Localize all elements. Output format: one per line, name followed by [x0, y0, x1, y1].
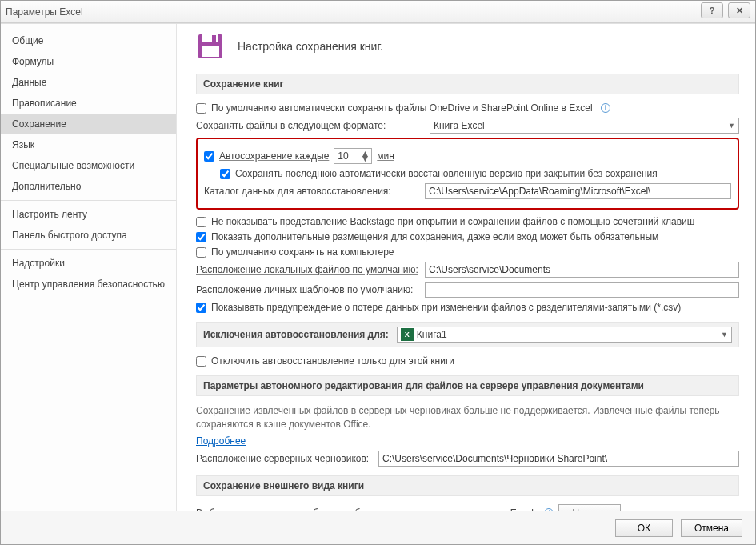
- checkbox-csv-warning[interactable]: [196, 303, 206, 313]
- dialog-footer: ОК Отмена: [1, 511, 755, 544]
- row-drafts-path: Расположение серверных черновиков: C:\Us…: [196, 451, 739, 467]
- spinner-value: 10: [338, 150, 348, 162]
- row-disable-autorecover: Отключить автовосстановление только для …: [196, 355, 739, 367]
- row-recovery-path: Каталог данных для автовосстановления: C…: [204, 183, 731, 199]
- spinner-arrows[interactable]: ▲▼: [360, 151, 370, 161]
- label-no-backstage: Не показывать представление Backstage пр…: [211, 216, 694, 227]
- help-button[interactable]: ?: [701, 2, 723, 18]
- input-local-path-value: C:\Users\service\Documents: [429, 264, 550, 275]
- button-colors-label: Цвета...: [572, 507, 606, 511]
- excel-icon: X: [401, 328, 414, 341]
- section-appearance-title: Сохранение внешнего вида книги: [196, 475, 739, 496]
- label-autosave-cloud: По умолчанию автоматически сохранять фай…: [211, 102, 593, 114]
- ok-button[interactable]: ОК: [615, 519, 673, 537]
- spinner-autosave-minutes[interactable]: 10 ▲▼: [334, 148, 372, 164]
- chevron-down-icon: ▼: [721, 331, 728, 339]
- dialog-body: Общие Формулы Данные Правописание Сохран…: [1, 23, 755, 511]
- close-button[interactable]: ✕: [728, 2, 750, 18]
- row-show-additional: Показать дополнительные размещения для с…: [196, 231, 739, 242]
- row-save-local: По умолчанию сохранять на компьютере: [196, 246, 739, 258]
- section-exclusions-title: Исключения автовосстановления для: X Кни…: [196, 322, 739, 347]
- sidebar-separator: [1, 249, 176, 250]
- label-minutes: мин: [377, 150, 394, 162]
- offline-note-text: Сохранение извлеченных файлов в серверны…: [196, 404, 739, 431]
- row-save-format: Сохранять файлы в следующем формате: Кни…: [196, 118, 739, 134]
- section-save-books-title: Сохранение книг: [196, 74, 739, 94]
- checkbox-autosave-cloud[interactable]: [196, 103, 206, 114]
- label-exclusions: Исключения автовосстановления для:: [203, 329, 389, 340]
- input-recovery-path-value: C:\Users\service\AppData\Roaming\Microso…: [429, 186, 650, 197]
- row-templates-path: Расположение личных шаблонов по умолчани…: [196, 282, 739, 298]
- label-autosave-interval: Автосохранение каждые: [219, 150, 329, 162]
- sidebar-item-addins[interactable]: Надстройки: [1, 253, 176, 274]
- sidebar-item-trust-center[interactable]: Центр управления безопасностью: [1, 274, 176, 295]
- input-local-path[interactable]: C:\Users\service\Documents: [425, 262, 739, 278]
- input-drafts-path[interactable]: C:\Users\service\Documents\Черновики Sha…: [378, 451, 739, 467]
- checkbox-no-backstage[interactable]: [196, 217, 206, 227]
- row-autosave-cloud: По умолчанию автоматически сохранять фай…: [196, 102, 739, 114]
- autosave-highlight: Автосохранение каждые 10 ▲▼ мин Сохранят…: [196, 138, 739, 210]
- row-offline-note: Сохранение извлеченных файлов в серверны…: [196, 404, 739, 431]
- sidebar-separator: [1, 200, 176, 201]
- sidebar-item-proofing[interactable]: Правописание: [1, 93, 176, 114]
- svg-rect-3: [202, 46, 219, 57]
- row-local-path: Расположение локальных файлов по умолчан…: [196, 262, 739, 278]
- label-save-local: По умолчанию сохранять на компьютере: [211, 246, 394, 258]
- label-local-path: Расположение локальных файлов по умолчан…: [196, 264, 420, 275]
- cancel-button[interactable]: Отмена: [681, 519, 742, 537]
- sidebar-item-formulas[interactable]: Формулы: [1, 51, 176, 72]
- row-colors: Выберите цвета, которые будут отображать…: [196, 504, 739, 511]
- info-icon[interactable]: i: [544, 508, 554, 511]
- row-no-backstage: Не показывать представление Backstage пр…: [196, 216, 739, 227]
- sidebar-item-quick-access[interactable]: Панель быстрого доступа: [1, 225, 176, 246]
- link-more[interactable]: Подробнее: [196, 435, 246, 447]
- info-icon[interactable]: i: [601, 103, 610, 113]
- sidebar-item-general[interactable]: Общие: [1, 30, 176, 51]
- panel-title: Настройка сохранения книг.: [238, 40, 383, 53]
- row-autosave-interval: Автосохранение каждые 10 ▲▼ мин: [204, 148, 731, 164]
- label-colors: Выберите цвета, которые будут отображать…: [196, 507, 536, 511]
- category-sidebar: Общие Формулы Данные Правописание Сохран…: [1, 24, 177, 511]
- dropdown-workbook-value: Книга1: [417, 329, 447, 340]
- panel-header: Настройка сохранения книг.: [196, 32, 739, 61]
- sidebar-item-customize-ribbon[interactable]: Настроить ленту: [1, 204, 176, 225]
- sidebar-item-language[interactable]: Язык: [1, 134, 176, 155]
- label-drafts-path: Расположение серверных черновиков:: [196, 453, 374, 464]
- sidebar-item-accessibility[interactable]: Специальные возможности: [1, 155, 176, 176]
- dropdown-save-format[interactable]: Книга Excel ▼: [430, 118, 739, 134]
- row-keep-last-autosaved: Сохранять последнюю автоматически восста…: [220, 168, 731, 179]
- save-icon: [196, 32, 225, 61]
- input-templates-path[interactable]: [425, 282, 739, 298]
- dropdown-workbook[interactable]: X Книга1 ▼: [397, 327, 732, 343]
- row-offline-more: Подробнее: [196, 435, 739, 447]
- checkbox-autosave-interval[interactable]: [204, 151, 214, 162]
- dropdown-save-format-value: Книга Excel: [434, 120, 485, 131]
- checkbox-keep-last-autosaved[interactable]: [220, 169, 230, 179]
- checkbox-save-local[interactable]: [196, 247, 206, 258]
- input-recovery-path[interactable]: C:\Users\service\AppData\Roaming\Microso…: [425, 183, 731, 199]
- checkbox-show-additional[interactable]: [196, 232, 206, 242]
- checkbox-disable-autorecover[interactable]: [196, 356, 206, 367]
- options-dialog: Параметры Excel ? ✕ Общие Формулы Данные…: [0, 0, 756, 545]
- section-offline-title: Параметры автономного редактирования для…: [196, 375, 739, 396]
- label-csv-warning: Показывать предупреждение о потере данны…: [211, 302, 681, 313]
- window-controls: ? ✕: [701, 2, 750, 18]
- window-title: Параметры Excel: [6, 6, 83, 18]
- sidebar-item-save[interactable]: Сохранение: [1, 114, 176, 134]
- titlebar: Параметры Excel ? ✕: [1, 1, 755, 23]
- label-recovery-path: Каталог данных для автовосстановления:: [204, 186, 420, 197]
- sidebar-item-advanced[interactable]: Дополнительно: [1, 176, 176, 197]
- row-csv-warning: Показывать предупреждение о потере данны…: [196, 302, 739, 313]
- settings-panel: Настройка сохранения книг. Сохранение кн…: [177, 24, 755, 511]
- svg-rect-2: [212, 35, 216, 42]
- label-disable-autorecover: Отключить автовосстановление только для …: [211, 355, 454, 367]
- button-colors[interactable]: Цвета...: [558, 504, 620, 511]
- sidebar-item-data[interactable]: Данные: [1, 72, 176, 93]
- label-keep-last-autosaved: Сохранять последнюю автоматически восста…: [235, 168, 658, 179]
- label-templates-path: Расположение личных шаблонов по умолчани…: [196, 284, 420, 295]
- input-drafts-path-value: C:\Users\service\Documents\Черновики Sha…: [382, 453, 607, 464]
- label-show-additional: Показать дополнительные размещения для с…: [211, 231, 658, 242]
- label-save-format: Сохранять файлы в следующем формате:: [196, 120, 425, 131]
- chevron-down-icon: ▼: [728, 122, 735, 130]
